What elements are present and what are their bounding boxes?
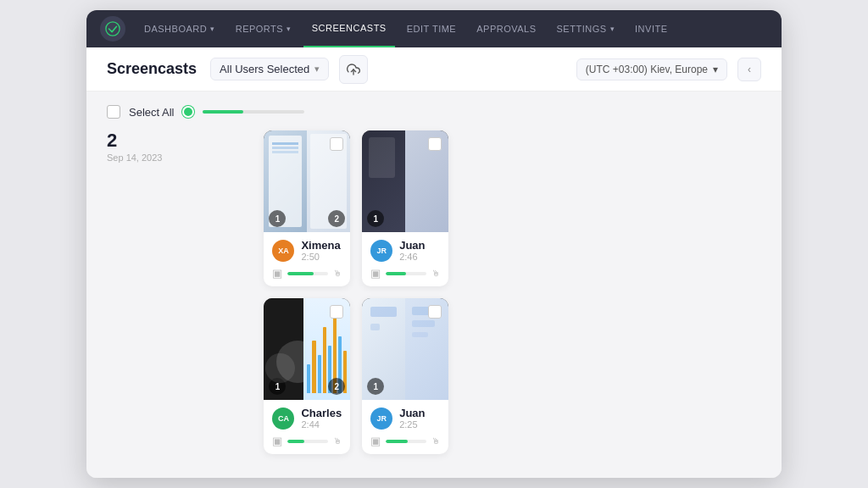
- nav-item-screencasts[interactable]: SCREENCASTS: [303, 10, 395, 47]
- screencast-card-charles: 1: [264, 298, 350, 454]
- card-duration: 2:46: [399, 252, 425, 262]
- card-username: Charles: [301, 407, 342, 419]
- clip-count-badge: 1: [269, 378, 286, 395]
- select-all-row: Select All: [107, 105, 761, 119]
- card-user-row: CA Charles 2:44: [272, 407, 342, 430]
- progress-bar: [386, 440, 426, 443]
- app-window: DASHBOARD ▾ REPORTS ▾ SCREENCASTS EDIT T…: [86, 10, 782, 478]
- clip-count-badge: 1: [367, 210, 384, 227]
- chevron-down-icon: ▾: [210, 25, 215, 33]
- thumb-right: 2: [307, 130, 350, 232]
- date-info: 2 Sep 14, 2023: [107, 130, 162, 163]
- card-user-details: Juan 2:25: [399, 407, 425, 430]
- monitor-icon: ▣: [370, 435, 381, 447]
- clip-count-badge: 1: [269, 210, 286, 227]
- monitor-icon: ▣: [370, 267, 381, 280]
- card-select-checkbox[interactable]: [330, 137, 343, 151]
- card-duration: 2:50: [301, 252, 340, 262]
- monitor-icon: ▣: [272, 267, 282, 280]
- chart-bar: [318, 355, 321, 393]
- avatar: JR: [370, 408, 392, 430]
- chart-bar: [307, 364, 310, 393]
- thumb-left: 1: [264, 130, 307, 232]
- thumb-main: 1: [362, 130, 405, 232]
- nav-item-invite[interactable]: INVITE: [626, 10, 676, 47]
- card-thumbnail[interactable]: 1: [362, 298, 448, 400]
- card-user-details: Juan 2:46: [399, 239, 425, 262]
- card-username: Juan: [399, 407, 425, 419]
- card-info: JR Juan 2:25 ▣: [362, 400, 448, 454]
- date-count: 2: [107, 130, 162, 151]
- top-nav: DASHBOARD ▾ REPORTS ▾ SCREENCASTS EDIT T…: [86, 10, 782, 47]
- card-info: CA Charles 2:44 ▣: [264, 400, 350, 454]
- mouse-icon: 🖱: [431, 436, 440, 446]
- nav-item-reports[interactable]: REPORTS ▾: [227, 10, 300, 47]
- progress-bar: [287, 440, 328, 443]
- card-duration: 2:25: [399, 419, 425, 430]
- card-select-checkbox[interactable]: [428, 305, 442, 319]
- nav-item-edit-time[interactable]: EDIT TIME: [398, 10, 465, 47]
- progress-bar: [287, 272, 328, 275]
- progress-dot: [182, 106, 194, 118]
- page-title: Screencasts: [107, 60, 197, 78]
- card-thumbnail[interactable]: 1: [362, 130, 448, 232]
- date-group: 2 Sep 14, 2023 1 2: [107, 130, 761, 454]
- chevron-down-icon: ▾: [314, 64, 320, 75]
- card-info: JR Juan 2:46 ▣: [362, 232, 448, 286]
- chart-bar: [312, 341, 315, 393]
- card-user-row: JR Juan 2:46: [370, 239, 440, 262]
- nav-logo: [100, 16, 125, 42]
- cards-grid: 1 2 XA Xi: [264, 130, 448, 454]
- card-progress-row: ▣ 🖱: [370, 267, 440, 280]
- prev-button[interactable]: ‹: [737, 58, 761, 81]
- timezone-selector[interactable]: (UTC +03:00) Kiev, Europe ▾: [576, 58, 727, 80]
- timezone-label: (UTC +03:00) Kiev, Europe: [586, 64, 708, 75]
- card-user-row: XA Ximena 2:50: [272, 239, 342, 262]
- mouse-icon: 🖱: [333, 436, 342, 446]
- mouse-icon: 🖱: [431, 269, 440, 278]
- card-progress-row: ▣ 🖱: [370, 435, 440, 447]
- progress-line: [203, 110, 304, 114]
- clip-count-badge-2: 2: [328, 210, 345, 227]
- progress-fill: [287, 440, 303, 443]
- mouse-icon: 🖱: [333, 269, 342, 278]
- chart-bar: [323, 327, 326, 393]
- avatar: CA: [272, 408, 294, 430]
- nav-item-dashboard[interactable]: DASHBOARD ▾: [136, 10, 224, 47]
- card-info: XA Ximena 2:50 ▣: [264, 232, 350, 286]
- card-progress-row: ▣ 🖱: [272, 267, 342, 280]
- select-all-label: Select All: [129, 106, 174, 119]
- upload-button[interactable]: [339, 55, 368, 84]
- chevron-down-icon: ▾: [713, 64, 718, 75]
- chevron-down-icon: ▾: [610, 25, 615, 33]
- thumb-secondary: [405, 298, 448, 400]
- progress-fill: [386, 272, 406, 275]
- card-progress-row: ▣ 🖱: [272, 435, 342, 447]
- screencast-card-juan-2: 1 JR: [362, 298, 448, 454]
- screencast-card-ximena: 1 2 XA Xi: [264, 130, 350, 286]
- users-selector-label: All Users Selected: [220, 63, 309, 75]
- card-username: Juan: [399, 239, 425, 252]
- card-select-checkbox[interactable]: [330, 305, 343, 319]
- select-all-checkbox[interactable]: [107, 105, 120, 119]
- date-value: Sep 14, 2023: [107, 152, 162, 163]
- card-user-details: Charles 2:44: [301, 407, 342, 430]
- card-username: Ximena: [301, 239, 340, 252]
- progress-fill: [386, 440, 408, 443]
- thumb-secondary: [405, 130, 448, 232]
- nav-item-approvals[interactable]: APPROVALS: [468, 10, 544, 47]
- content-area: Select All 2 Sep 14, 2023: [86, 92, 782, 478]
- chevron-down-icon: ▾: [287, 25, 292, 33]
- card-thumbnail[interactable]: 1: [264, 298, 350, 400]
- card-select-checkbox[interactable]: [428, 137, 442, 151]
- thumb-left: 1: [264, 298, 303, 400]
- subheader: Screencasts All Users Selected ▾ (UTC +0…: [86, 47, 782, 92]
- nav-item-settings[interactable]: SETTINGS ▾: [548, 10, 624, 47]
- card-duration: 2:44: [301, 419, 342, 430]
- card-user-details: Ximena 2:50: [301, 239, 340, 262]
- svg-point-0: [106, 22, 120, 36]
- users-selector[interactable]: All Users Selected ▾: [210, 58, 329, 80]
- card-thumbnail[interactable]: 1 2: [264, 130, 350, 232]
- clip-count-badge: 1: [367, 378, 384, 395]
- monitor-icon: ▣: [272, 435, 282, 447]
